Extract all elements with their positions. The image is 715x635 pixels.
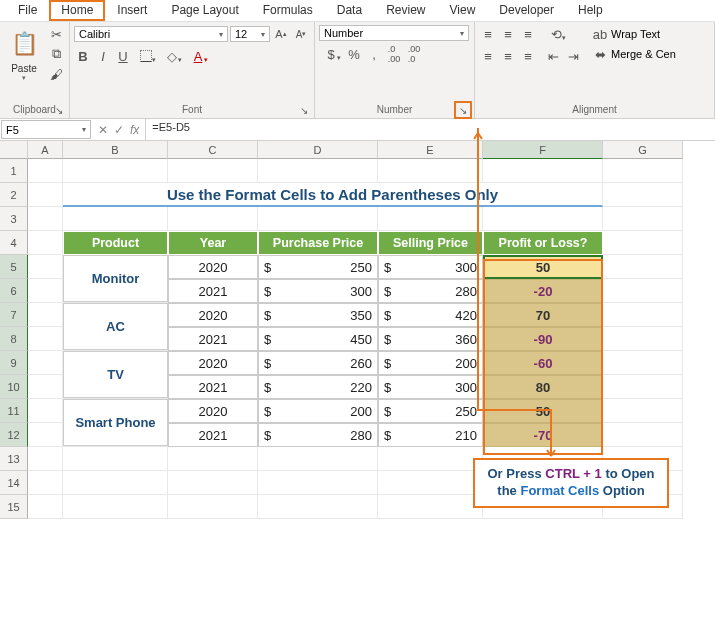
cell[interactable] [603, 375, 683, 399]
header-profit[interactable]: Profit or Loss? [483, 231, 603, 255]
cell[interactable] [378, 447, 483, 471]
profit-loss-cell[interactable]: -20 [483, 279, 603, 303]
cell[interactable] [603, 399, 683, 423]
underline-button[interactable]: U [114, 47, 132, 65]
selling-cell[interactable]: $210 [378, 423, 483, 447]
year-cell[interactable]: 2021 [168, 375, 258, 399]
year-cell[interactable]: 2020 [168, 303, 258, 327]
purchase-cell[interactable]: $300 [258, 279, 378, 303]
purchase-cell[interactable]: $280 [258, 423, 378, 447]
menu-review[interactable]: Review [374, 0, 437, 21]
copy-button[interactable]: ⧉ [47, 45, 65, 63]
year-cell[interactable]: 2020 [168, 255, 258, 279]
cell[interactable] [603, 207, 683, 231]
cell[interactable] [603, 255, 683, 279]
profit-loss-cell[interactable]: -60 [483, 351, 603, 375]
cell[interactable] [28, 231, 63, 255]
selling-cell[interactable]: $280 [378, 279, 483, 303]
selling-cell[interactable]: $360 [378, 327, 483, 351]
col-head-D[interactable]: D [258, 141, 378, 159]
cell[interactable] [63, 447, 168, 471]
profit-loss-cell[interactable]: 50 [483, 255, 603, 279]
col-head-B[interactable]: B [63, 141, 168, 159]
purchase-cell[interactable]: $450 [258, 327, 378, 351]
cell[interactable] [28, 375, 63, 399]
row-head-7[interactable]: 7 [0, 303, 28, 327]
cell[interactable] [28, 183, 63, 207]
row-head-3[interactable]: 3 [0, 207, 28, 231]
name-box[interactable]: F5▾ [1, 120, 91, 139]
clipboard-dialog-launcher[interactable]: ↘ [53, 104, 65, 116]
wrap-text-button[interactable]: abWrap Text [591, 25, 676, 43]
cell[interactable] [28, 399, 63, 423]
cell[interactable] [603, 351, 683, 375]
decrease-indent-button[interactable]: ⇤ [544, 47, 562, 65]
font-color-button[interactable]: A [186, 47, 210, 65]
accounting-format-button[interactable]: $ [319, 45, 343, 63]
cut-button[interactable]: ✂ [47, 25, 65, 43]
cell[interactable] [483, 207, 603, 231]
align-left-button[interactable]: ≡ [479, 47, 497, 65]
header-product[interactable]: Product [63, 231, 168, 255]
cell[interactable] [378, 471, 483, 495]
row-head-15[interactable]: 15 [0, 495, 28, 519]
year-cell[interactable]: 2020 [168, 399, 258, 423]
orientation-button[interactable]: ⟲ [544, 25, 568, 43]
col-head-C[interactable]: C [168, 141, 258, 159]
cell[interactable] [603, 183, 683, 207]
row-head-12[interactable]: 12 [0, 423, 28, 447]
menu-developer[interactable]: Developer [487, 0, 566, 21]
cell[interactable] [603, 231, 683, 255]
cell[interactable] [28, 255, 63, 279]
cell[interactable] [28, 447, 63, 471]
cell[interactable] [168, 471, 258, 495]
cell[interactable] [168, 207, 258, 231]
col-head-F[interactable]: F [483, 141, 603, 159]
row-head-1[interactable]: 1 [0, 159, 28, 183]
cell[interactable] [28, 495, 63, 519]
cell[interactable] [28, 327, 63, 351]
cell[interactable] [28, 303, 63, 327]
italic-button[interactable]: I [94, 47, 112, 65]
cell[interactable] [258, 207, 378, 231]
header-selling[interactable]: Selling Price [378, 231, 483, 255]
cell[interactable] [378, 495, 483, 519]
cell[interactable] [168, 447, 258, 471]
col-head-A[interactable]: A [28, 141, 63, 159]
row-head-5[interactable]: 5 [0, 255, 28, 279]
align-center-button[interactable]: ≡ [499, 47, 517, 65]
merge-center-button[interactable]: ⬌Merge & Cen [591, 45, 676, 63]
row-head-6[interactable]: 6 [0, 279, 28, 303]
paste-button[interactable]: 📋 Paste ▾ [4, 25, 44, 84]
font-name-combo[interactable]: Calibri▾ [74, 26, 228, 42]
align-middle-button[interactable]: ≡ [499, 25, 517, 43]
row-head-4[interactable]: 4 [0, 231, 28, 255]
decrease-decimal-button[interactable]: .00.0 [405, 45, 423, 63]
bold-button[interactable]: B [74, 47, 92, 65]
row-head-10[interactable]: 10 [0, 375, 28, 399]
cell[interactable] [28, 471, 63, 495]
product-cell[interactable]: Smart Phone [63, 399, 168, 446]
product-cell[interactable]: AC [63, 303, 168, 350]
cell[interactable] [258, 471, 378, 495]
cell[interactable] [603, 303, 683, 327]
cancel-formula-button[interactable]: ✕ [98, 123, 108, 137]
border-button[interactable] [134, 47, 158, 65]
menu-view[interactable]: View [438, 0, 488, 21]
cell[interactable] [378, 207, 483, 231]
cell[interactable] [603, 423, 683, 447]
menu-page-layout[interactable]: Page Layout [159, 0, 250, 21]
format-painter-button[interactable]: 🖌 [47, 65, 65, 83]
selling-cell[interactable]: $420 [378, 303, 483, 327]
product-cell[interactable]: TV [63, 351, 168, 398]
cell[interactable] [63, 159, 168, 183]
col-head-G[interactable]: G [603, 141, 683, 159]
select-all-corner[interactable] [0, 141, 28, 159]
cell[interactable] [258, 447, 378, 471]
number-dialog-launcher[interactable]: ↘ [454, 101, 472, 119]
title-cell[interactable]: Use the Format Cells to Add Parentheses … [63, 183, 603, 207]
increase-decimal-button[interactable]: .0.00 [385, 45, 403, 63]
profit-loss-cell[interactable]: -90 [483, 327, 603, 351]
col-head-E[interactable]: E [378, 141, 483, 159]
selling-cell[interactable]: $250 [378, 399, 483, 423]
